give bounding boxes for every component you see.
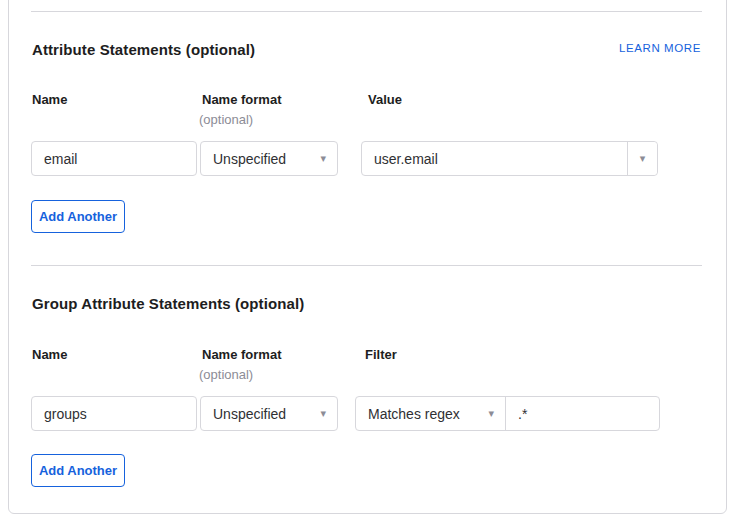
attr-value-dropdown-button[interactable]: ▾ <box>627 142 657 175</box>
dropdown-arrow-icon: ▾ <box>482 408 505 419</box>
attr-value-combobox: ▾ <box>361 141 658 176</box>
attr-value-input[interactable] <box>362 142 627 175</box>
column-header-name: Name <box>32 92 67 107</box>
dropdown-arrow-icon: ▾ <box>640 153 646 164</box>
section-divider-top <box>31 11 702 12</box>
saml-settings-page: Attribute Statements (optional) LEARN MO… <box>0 0 737 530</box>
filter-value-input[interactable] <box>506 397 659 430</box>
column-header-filter: Filter <box>365 347 397 362</box>
group-name-format-select[interactable]: Unspecified ▾ <box>200 396 338 431</box>
attr-name-input[interactable] <box>31 141 197 176</box>
dropdown-arrow-icon: ▾ <box>314 153 337 164</box>
filter-type-value: Matches regex <box>356 406 482 422</box>
group-attribute-statements-title: Group Attribute Statements (optional) <box>32 295 304 312</box>
column-header-value: Value <box>368 92 402 107</box>
dropdown-arrow-icon: ▾ <box>314 408 337 419</box>
group-name-input[interactable] <box>31 396 197 431</box>
column-header-name-format: Name format <box>202 347 281 362</box>
attr-name-format-select[interactable]: Unspecified ▾ <box>200 141 338 176</box>
learn-more-link[interactable]: LEARN MORE <box>619 42 701 54</box>
group-filter-combobox: Matches regex ▾ <box>355 396 660 431</box>
name-format-optional-note: (optional) <box>199 112 253 127</box>
attr-name-format-value: Unspecified <box>201 151 314 167</box>
settings-card <box>8 0 727 514</box>
group-name-format-value: Unspecified <box>201 406 314 422</box>
name-format-optional-note: (optional) <box>199 367 253 382</box>
filter-type-select[interactable]: Matches regex ▾ <box>356 397 506 430</box>
section-divider-middle <box>31 265 702 266</box>
attribute-statements-title: Attribute Statements (optional) <box>32 41 255 58</box>
add-another-attribute-button[interactable]: Add Another <box>31 200 125 233</box>
column-header-name: Name <box>32 347 67 362</box>
add-another-group-attribute-button[interactable]: Add Another <box>31 454 125 487</box>
column-header-name-format: Name format <box>202 92 281 107</box>
